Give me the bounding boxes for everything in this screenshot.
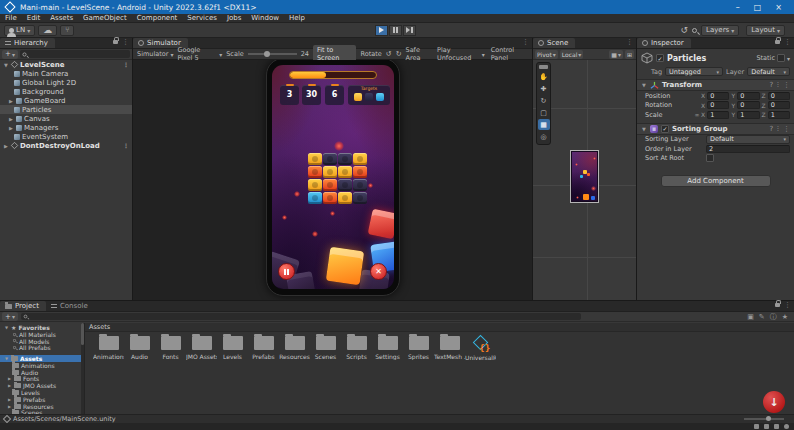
component-menu-icon[interactable]: ⋮ — [783, 125, 790, 133]
hierarchy-item-main-camera[interactable]: Main Camera — [0, 69, 132, 78]
pause-game-button[interactable] — [278, 263, 295, 280]
code-coverage-icon[interactable] — [774, 424, 779, 429]
grid-item-universal-rp[interactable]: {}UniversalR... — [465, 336, 496, 361]
scene-viewport[interactable]: ✋ ✚ ↻ ▢ ▦ ◎ — [533, 60, 636, 300]
position-x-field[interactable]: 0 — [707, 92, 729, 100]
expand-arrow[interactable]: ▶ — [7, 404, 12, 409]
position-z-field[interactable]: 0 — [768, 92, 790, 100]
menu-edit[interactable]: Edit — [27, 14, 41, 22]
game-block[interactable] — [353, 192, 367, 204]
game-block[interactable] — [308, 192, 322, 204]
simulator-mode-dropdown[interactable]: Simulator▾ — [137, 50, 173, 58]
hierarchy-item-managers[interactable]: ▶Managers — [0, 123, 132, 132]
tree-audio[interactable]: Audio — [0, 369, 84, 376]
activity-icon[interactable] — [754, 424, 759, 429]
menu-help[interactable]: Help — [289, 14, 305, 22]
download-notification-badge[interactable]: ↓ — [763, 391, 785, 413]
favorites-all-prefabs[interactable]: All Prefabs — [0, 344, 84, 351]
pivot-toggle[interactable]: Pivot▾ — [535, 50, 558, 59]
game-block[interactable] — [323, 179, 337, 191]
rotation-x-field[interactable]: 0 — [707, 101, 729, 109]
hierarchy-item-particles[interactable]: Particles — [0, 105, 132, 114]
menu-assets[interactable]: Assets — [50, 14, 73, 22]
panel-menu-icon[interactable]: ⋮ — [122, 38, 129, 46]
help-icon[interactable]: ? — [770, 125, 774, 133]
rotate-left-icon[interactable]: ↺ — [386, 50, 392, 58]
slider-thumb[interactable] — [264, 51, 270, 57]
create-button[interactable]: +▾ — [2, 312, 18, 321]
scene-menu-icon[interactable]: ⋮ — [123, 142, 129, 149]
close-button[interactable]: × — [775, 3, 782, 12]
hand-tool[interactable]: ✋ — [538, 71, 550, 82]
hierarchy-item-gameboard[interactable]: ▶GameBoard — [0, 96, 132, 105]
version-control-button[interactable]: ⑂ — [60, 25, 74, 36]
static-dropdown-icon[interactable]: ▾ — [787, 55, 790, 62]
hierarchy-item-background[interactable]: Background — [0, 87, 132, 96]
active-checkbox[interactable]: ✓ — [656, 54, 664, 62]
menu-jobs[interactable]: Jobs — [227, 14, 241, 22]
tag-dropdown[interactable]: Untagged▾ — [665, 67, 723, 76]
expand-arrow[interactable]: ▶ — [3, 143, 9, 149]
account-button[interactable]: LN ▾ — [4, 25, 35, 36]
hierarchy-item-canvas[interactable]: ▶Canvas — [0, 114, 132, 123]
game-block[interactable] — [338, 179, 352, 191]
rotation-z-field[interactable]: 0 — [768, 101, 790, 109]
game-board-grid[interactable] — [308, 153, 367, 204]
tab-scene[interactable]: Scene — [533, 38, 575, 48]
tab-console[interactable]: Console — [46, 301, 95, 311]
rotate-tool[interactable]: ↻ — [538, 95, 550, 106]
game-block[interactable] — [323, 153, 337, 165]
link-icon[interactable]: ∞ — [693, 111, 701, 118]
grid-item-jmo-assets[interactable]: JMO Assets — [186, 336, 217, 361]
progress-spinner-icon[interactable] — [784, 424, 789, 429]
lock-icon[interactable] — [113, 40, 118, 44]
project-search-input[interactable] — [21, 313, 581, 320]
panel-menu-icon[interactable]: ⋮ — [784, 301, 791, 309]
minimize-button[interactable]: – — [736, 3, 740, 12]
transform-component-header[interactable]: ▼ Transform ?⫶⋮ — [637, 79, 794, 91]
expand-arrow[interactable]: ▶ — [8, 116, 14, 122]
lock-icon[interactable] — [775, 40, 780, 44]
grid-item-prefabs[interactable]: Prefabs — [248, 336, 279, 361]
transform-tool[interactable]: ◎ — [538, 131, 550, 142]
game-block[interactable] — [308, 179, 322, 191]
scale-z-field[interactable]: 1 — [768, 111, 790, 119]
grid-item-settings[interactable]: Settings — [372, 336, 403, 361]
grid-visibility-button[interactable]: ▦▾ — [609, 50, 623, 59]
component-enabled-checkbox[interactable]: ✓ — [661, 125, 669, 133]
favorite-icon[interactable]: ★ — [782, 313, 788, 321]
create-button[interactable]: +▾ — [2, 50, 18, 59]
grid-item-textmesh[interactable]: TextMesh ... — [434, 336, 465, 361]
close-game-button[interactable]: ✕ — [370, 263, 387, 280]
add-component-button[interactable]: Add Component — [661, 175, 771, 187]
foldout-arrow[interactable]: ▼ — [641, 126, 647, 132]
info-icon[interactable]: ⓘ — [770, 312, 777, 322]
help-icon[interactable]: ? — [770, 81, 774, 89]
layer-dropdown[interactable]: Default▾ — [747, 67, 790, 76]
menu-gameobject[interactable]: GameObject — [83, 14, 127, 22]
tree-scrollbar[interactable] — [81, 323, 84, 414]
hierarchy-item-eventsystem[interactable]: EventSystem — [0, 132, 132, 141]
scale-tool[interactable]: ▢ — [538, 107, 550, 118]
scale-slider[interactable] — [248, 53, 297, 55]
cache-server-icon[interactable] — [764, 424, 769, 429]
tab-inspector[interactable]: Inspector — [637, 38, 691, 48]
hierarchy-item-dontdestroyonload[interactable]: ▶ DontDestroyOnLoad ⋮ — [0, 141, 132, 150]
grid-item-scripts[interactable]: Scripts — [341, 336, 372, 361]
sorting-group-header[interactable]: ▼ ≣ ✓ Sorting Group ?⫶⋮ — [637, 123, 794, 135]
scale-x-field[interactable]: 1 — [707, 111, 729, 119]
grid-item-audio[interactable]: Audio — [124, 336, 155, 361]
game-block[interactable] — [353, 153, 367, 165]
sorting-layer-dropdown[interactable]: Default▾ — [706, 135, 790, 144]
grid-item-sprites[interactable]: Sprites — [403, 336, 434, 361]
game-block[interactable] — [353, 166, 367, 178]
static-checkbox[interactable] — [777, 54, 785, 62]
tab-hierarchy[interactable]: Hierarchy — [0, 38, 55, 48]
layers-dropdown[interactable]: Layers▾ — [701, 25, 739, 36]
panel-menu-icon[interactable]: ⋮ — [626, 38, 633, 46]
cloud-button[interactable]: ☁ — [38, 25, 57, 36]
hierarchy-item-global-light[interactable]: Global Light 2D — [0, 78, 132, 87]
grid-item-animations[interactable]: Animations — [93, 336, 124, 361]
move-tool[interactable]: ✚ — [538, 83, 550, 94]
expand-arrow[interactable]: ▶ — [7, 397, 12, 402]
